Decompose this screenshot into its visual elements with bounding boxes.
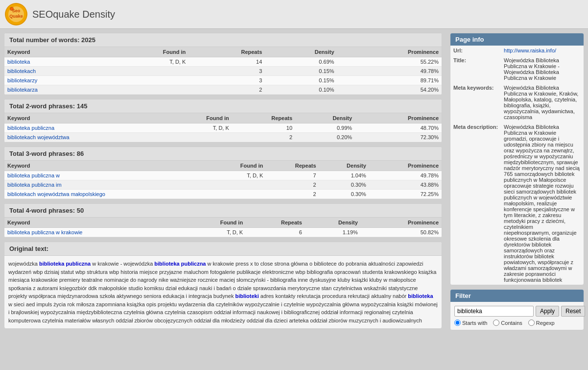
col-density: Density — [305, 218, 361, 228]
table-row: biblioteka publicznaT, D, K100.99%48.70% — [4, 123, 442, 133]
col-keyword: Keyword — [4, 113, 165, 123]
keyword-link[interactable]: biblioteka publiczna — [7, 125, 54, 131]
table-row: bibliotekarzy30.15%89.71% — [4, 76, 442, 85]
density-cell: 0.69% — [265, 57, 337, 67]
density-cell: 0.30% — [319, 190, 369, 199]
one-word-section: Total number of words: 2025 Keyword Foun… — [4, 33, 442, 95]
radio-starts-with[interactable] — [454, 320, 461, 326]
meta-desc-value: Wojewódzka Biblioteka Publiczna w Krakow… — [501, 122, 584, 285]
radio-contains-label[interactable]: Contains — [493, 320, 522, 326]
one-word-tbody: bibliotekaT, D, K140.69%55.22%biblioteka… — [4, 57, 442, 95]
left-panel: Total number of words: 2025 Keyword Foun… — [0, 29, 446, 370]
text-keyword-link[interactable]: biblioteka — [39, 261, 64, 267]
keyword-link[interactable]: bibliotekach — [7, 68, 36, 74]
col-density: Density — [265, 47, 337, 57]
filter-input-row: Apply Reset — [454, 306, 580, 317]
two-word-tbody: biblioteka publicznaT, D, K100.99%48.70%… — [4, 123, 442, 142]
found-in-cell: T, D, K — [210, 171, 266, 180]
found-in-cell: T, D, K — [107, 57, 188, 67]
two-word-table: Keyword Found in Repeats Density Promine… — [4, 113, 442, 142]
app-logo: Seo Quake — [5, 3, 27, 25]
keyword-cell: bibliotekach województwa małopolskiego — [4, 190, 210, 199]
four-word-tbody: biblioteka publiczna w krakowieT, D, K61… — [4, 228, 442, 237]
table-header-row: Keyword Found in Repeats Density Promine… — [4, 47, 442, 57]
apply-button[interactable]: Apply — [536, 306, 559, 317]
table-header-row: Keyword Found in Repeats Density Promine… — [4, 218, 442, 228]
keyword-link[interactable]: biblioteka publiczna im — [7, 182, 62, 188]
one-word-header: Total number of words: 2025 — [4, 33, 442, 47]
keyword-link[interactable]: bibliotekarzy — [7, 77, 37, 83]
col-repeats: Repeats — [188, 47, 265, 57]
keyword-cell: bibliotekach — [4, 67, 107, 76]
radio-regexp[interactable] — [528, 320, 535, 326]
prominence-cell: 54.20% — [337, 85, 442, 95]
text-keyword-link[interactable]: biblioteka — [154, 261, 179, 267]
col-keyword: Keyword — [4, 161, 210, 171]
repeats-cell: 3 — [188, 67, 265, 76]
radio-regexp-label[interactable]: Regexp — [528, 320, 555, 326]
repeats-cell: 2 — [266, 180, 319, 190]
original-text-content: wojewódzka biblioteka publiczna w krakow… — [8, 261, 438, 323]
density-cell: 1.04% — [319, 171, 369, 180]
page-info-box: Page info Url: http://www.raiska.info/ T… — [450, 33, 584, 285]
meta-keywords-value: Wojewódzka Biblioteka Publiczna w Krakow… — [501, 83, 584, 122]
found-in-cell — [210, 180, 266, 190]
table-row: bibliotekach30.15%49.78% — [4, 67, 442, 76]
repeats-cell: 6 — [246, 228, 305, 237]
main-content: Total number of words: 2025 Keyword Foun… — [0, 29, 588, 370]
four-word-table: Keyword Found in Repeats Density Promine… — [4, 218, 442, 237]
col-found-in: Found in — [210, 161, 266, 171]
right-panel: Page info Url: http://www.raiska.info/ T… — [446, 29, 588, 370]
info-title-row: Title: Wojewódzka Biblioteka Publiczna w… — [450, 55, 584, 83]
two-word-section: Total 2-word phrases: 145 Keyword Found … — [4, 99, 442, 143]
repeats-cell: 2 — [232, 133, 295, 142]
keyword-link[interactable]: bibliotekarza — [7, 87, 38, 93]
three-word-header: Total 3-word phrases: 86 — [4, 147, 442, 161]
keyword-link[interactable]: biblioteka — [7, 59, 30, 65]
url-link[interactable]: http://www.raiska.info/ — [504, 48, 556, 53]
prominence-cell: 48.70% — [355, 123, 442, 133]
density-cell: 1.19% — [305, 228, 361, 237]
repeats-cell: 2 — [188, 85, 265, 95]
keyword-link[interactable]: biblioteka publiczna w — [7, 173, 60, 178]
keyword-link[interactable]: bibliotekach województwa małopolskiego — [7, 191, 105, 197]
four-word-header: Total 4-word phrases: 50 — [4, 204, 442, 218]
keyword-link[interactable]: bibliotekach województwa — [7, 134, 70, 140]
table-row: bibliotekach województwa20.20%72.30% — [4, 133, 442, 142]
keyword-link[interactable]: biblioteka publiczna w krakowie — [7, 229, 82, 235]
text-keyword-link[interactable]: biblioteka — [408, 293, 433, 299]
prominence-cell: 50.82% — [361, 228, 442, 237]
radio-contains[interactable] — [493, 320, 499, 326]
text-keyword-link[interactable]: publiczna — [66, 261, 91, 267]
info-url-row: Url: http://www.raiska.info/ — [450, 46, 584, 55]
density-cell: 0.20% — [295, 133, 355, 142]
prominence-cell: 72.30% — [355, 133, 442, 142]
three-word-section: Total 3-word phrases: 86 Keyword Found i… — [4, 147, 442, 199]
col-prominence: Prominence — [361, 218, 442, 228]
original-text-header: Original text: — [4, 242, 442, 256]
filter-input[interactable] — [454, 306, 534, 317]
found-in-cell — [165, 133, 232, 142]
prominence-cell: 49.78% — [337, 67, 442, 76]
col-prominence: Prominence — [337, 47, 442, 57]
keyword-cell: biblioteka publiczna im — [4, 180, 210, 190]
density-cell: 0.15% — [265, 67, 337, 76]
text-keyword-link[interactable]: publiczna — [181, 261, 206, 267]
table-header-row: Keyword Found in Repeats Density Promine… — [4, 161, 442, 171]
prominence-cell: 55.22% — [337, 57, 442, 67]
reset-button[interactable]: Reset — [561, 306, 585, 317]
meta-desc-label: Meta description: — [450, 122, 501, 285]
title-label: Title: — [450, 55, 501, 83]
table-row: bibliotekarza20.10%54.20% — [4, 85, 442, 95]
contains-text: Contains — [501, 320, 522, 326]
filter-header: Filter — [450, 290, 584, 302]
repeats-cell: 2 — [266, 190, 319, 199]
table-row: biblioteka publiczna wT, D, K71.04%49.78… — [4, 171, 442, 180]
keyword-cell: biblioteka — [4, 57, 107, 67]
url-label: Url: — [450, 46, 501, 55]
text-keyword-link[interactable]: biblioteki — [235, 293, 259, 299]
table-header-row: Keyword Found in Repeats Density Promine… — [4, 113, 442, 123]
radio-starts-with-label[interactable]: Starts with — [454, 320, 487, 326]
keyword-cell: bibliotekarza — [4, 85, 107, 95]
table-row: biblioteka publiczna w krakowieT, D, K61… — [4, 228, 442, 237]
